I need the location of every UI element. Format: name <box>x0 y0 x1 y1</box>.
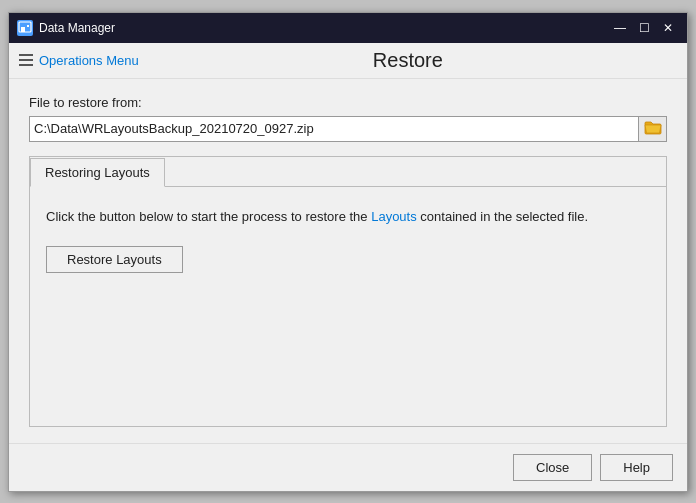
page-title: Restore <box>139 49 677 72</box>
description-highlight: Layouts <box>371 209 417 224</box>
maximize-button[interactable]: ☐ <box>633 18 655 38</box>
menu-bar: Operations Menu Restore <box>9 43 687 79</box>
description-part1: Click the button below to start the proc… <box>46 209 371 224</box>
browse-button[interactable] <box>639 116 667 142</box>
title-bar-controls: — ☐ ✕ <box>609 18 679 38</box>
restore-layouts-button[interactable]: Restore Layouts <box>46 246 183 273</box>
close-window-button[interactable]: ✕ <box>657 18 679 38</box>
file-path-input[interactable] <box>29 116 639 142</box>
operations-menu-link[interactable]: Operations Menu <box>39 53 139 68</box>
main-window: Data Manager — ☐ ✕ Operations Menu Resto… <box>8 12 688 492</box>
minimize-button[interactable]: — <box>609 18 631 38</box>
tab-content-restoring-layouts: Click the button below to start the proc… <box>30 187 666 426</box>
folder-icon <box>644 120 662 138</box>
svg-rect-2 <box>27 25 29 27</box>
menu-icon-line <box>19 54 33 56</box>
description-part2: contained in the selected file. <box>417 209 588 224</box>
help-button[interactable]: Help <box>600 454 673 481</box>
app-icon <box>17 20 33 36</box>
file-input-row <box>29 116 667 142</box>
footer: Close Help <box>9 443 687 491</box>
menu-icon-line <box>19 64 33 66</box>
description-text: Click the button below to start the proc… <box>46 207 650 227</box>
tab-restoring-layouts[interactable]: Restoring Layouts <box>30 158 165 187</box>
file-label: File to restore from: <box>29 95 667 110</box>
hamburger-icon <box>19 54 33 66</box>
window-title: Data Manager <box>39 21 115 35</box>
tab-header: Restoring Layouts <box>30 157 666 187</box>
menu-icon-line <box>19 59 33 61</box>
main-content: File to restore from: Restoring Layouts … <box>9 79 687 443</box>
svg-rect-1 <box>21 27 25 32</box>
title-bar-left: Data Manager <box>17 20 115 36</box>
tab-container: Restoring Layouts Click the button below… <box>29 156 667 427</box>
title-bar: Data Manager — ☐ ✕ <box>9 13 687 43</box>
close-button[interactable]: Close <box>513 454 592 481</box>
